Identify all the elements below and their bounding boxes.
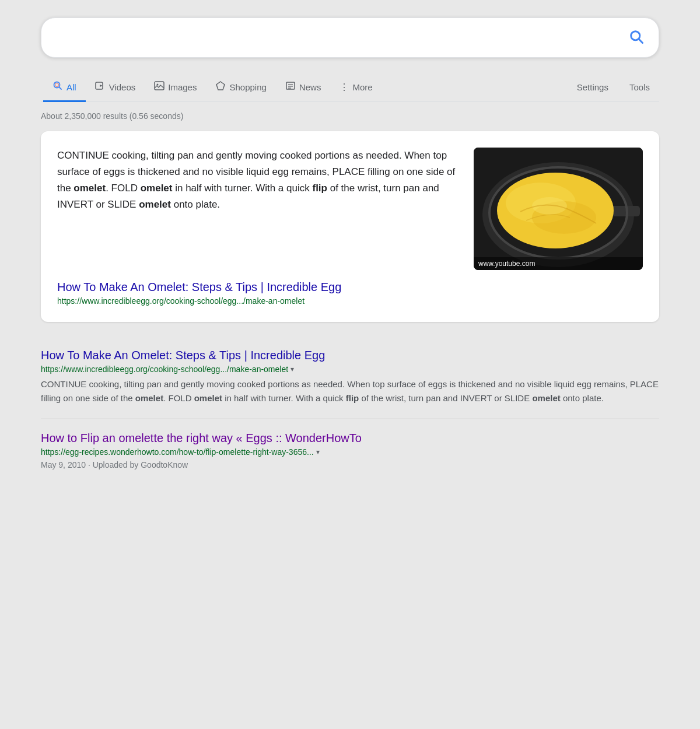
svg-point-4	[55, 83, 59, 87]
featured-text-end: onto plate.	[171, 199, 220, 210]
images-icon	[154, 80, 164, 93]
result-url-row: https://www.incredibleegg.org/cooking-sc…	[41, 365, 659, 374]
svg-line-1	[639, 39, 642, 43]
tab-all-label: All	[66, 82, 76, 92]
search-bar: how to flip an omelet	[41, 17, 659, 58]
result-url: https://www.incredibleegg.org/cooking-sc…	[41, 365, 288, 374]
news-icon	[285, 80, 296, 93]
all-icon	[52, 80, 63, 93]
tab-news-label: News	[299, 82, 321, 92]
result-url-dropdown-arrow[interactable]: ▾	[290, 365, 294, 373]
snippet-bold4: omelet	[532, 393, 560, 403]
featured-bold-omelet1: omelet	[74, 183, 106, 194]
tab-videos-label: Videos	[109, 82, 136, 92]
image-caption: www.youtube.com	[474, 257, 643, 270]
featured-text-mid2: in half with turner. With a quick	[172, 183, 312, 194]
featured-snippet-card: CONTINUE cooking, tilting pan and gently…	[41, 131, 659, 322]
result-item: How To Make An Omelet: Steps & Tips | In…	[41, 336, 659, 419]
snippet-mid1: . FOLD	[163, 393, 194, 403]
svg-point-8	[157, 84, 159, 86]
result-url-row: https://egg-recipes.wonderhowto.com/how-…	[41, 447, 659, 457]
tab-videos[interactable]: Videos	[86, 72, 145, 102]
nav-right-actions: Settings Tools	[568, 74, 659, 99]
featured-bold-flip: flip	[312, 183, 327, 194]
tab-images[interactable]: Images	[145, 72, 206, 102]
tab-shopping[interactable]: Shopping	[206, 72, 275, 102]
svg-line-3	[59, 87, 61, 89]
featured-bold-omelet3: omelet	[139, 199, 171, 210]
featured-card-inner: CONTINUE cooking, tilting pan and gently…	[57, 148, 643, 270]
nav-tabs: All Videos Images Shopping	[41, 72, 659, 102]
search-button[interactable]	[626, 26, 647, 49]
tab-more[interactable]: ⋮ More	[330, 73, 382, 101]
result-url-dropdown-arrow[interactable]: ▾	[316, 448, 320, 456]
featured-link-title[interactable]: How To Make An Omelet: Steps & Tips | In…	[57, 281, 341, 293]
settings-button[interactable]: Settings	[568, 74, 618, 99]
featured-text-mid1: . FOLD	[106, 183, 141, 194]
snippet-mid3: of the wrist, turn pan and INVERT or SLI…	[359, 393, 532, 403]
tab-more-label: More	[352, 82, 372, 92]
featured-snippet-text: CONTINUE cooking, tilting pan and gently…	[57, 148, 460, 213]
omelet-image: www.youtube.com	[474, 148, 643, 270]
snippet-bold2: omelet	[194, 393, 222, 403]
results-count: About 2,350,000 results (0.56 seconds)	[41, 111, 659, 121]
result-title-visited[interactable]: How to Flip an omelette the right way « …	[41, 432, 659, 445]
featured-bold-omelet2: omelet	[141, 183, 173, 194]
snippet-bold3: flip	[346, 393, 359, 403]
featured-link-section: How To Make An Omelet: Steps & Tips | In…	[57, 281, 643, 306]
result-snippet: CONTINUE cooking, tilting pan and gently…	[41, 377, 659, 405]
svg-rect-7	[155, 82, 164, 90]
tab-shopping-label: Shopping	[229, 82, 266, 92]
tab-news[interactable]: News	[276, 72, 331, 102]
tab-all[interactable]: All	[43, 72, 86, 102]
videos-icon	[95, 80, 106, 93]
shopping-icon	[215, 80, 226, 93]
result-item: How to Flip an omelette the right way « …	[41, 419, 659, 482]
more-icon: ⋮	[340, 82, 349, 93]
tools-button[interactable]: Tools	[620, 74, 659, 99]
result-date: May 9, 2010 · Uploaded by GoodtoKnow	[41, 460, 659, 469]
search-input[interactable]: how to flip an omelet	[53, 31, 626, 44]
tab-images-label: Images	[168, 82, 197, 92]
result-title[interactable]: How To Make An Omelet: Steps & Tips | In…	[41, 349, 659, 362]
search-results: How To Make An Omelet: Steps & Tips | In…	[41, 336, 659, 482]
snippet-end: onto plate.	[561, 393, 604, 403]
snippet-mid2: in half with turner. With a quick	[222, 393, 346, 403]
featured-link-url: https://www.incredibleegg.org/cooking-sc…	[57, 296, 643, 306]
snippet-bold1: omelet	[135, 393, 163, 403]
featured-image-container: www.youtube.com	[474, 148, 643, 270]
result-url: https://egg-recipes.wonderhowto.com/how-…	[41, 447, 314, 457]
search-icon	[628, 29, 645, 45]
